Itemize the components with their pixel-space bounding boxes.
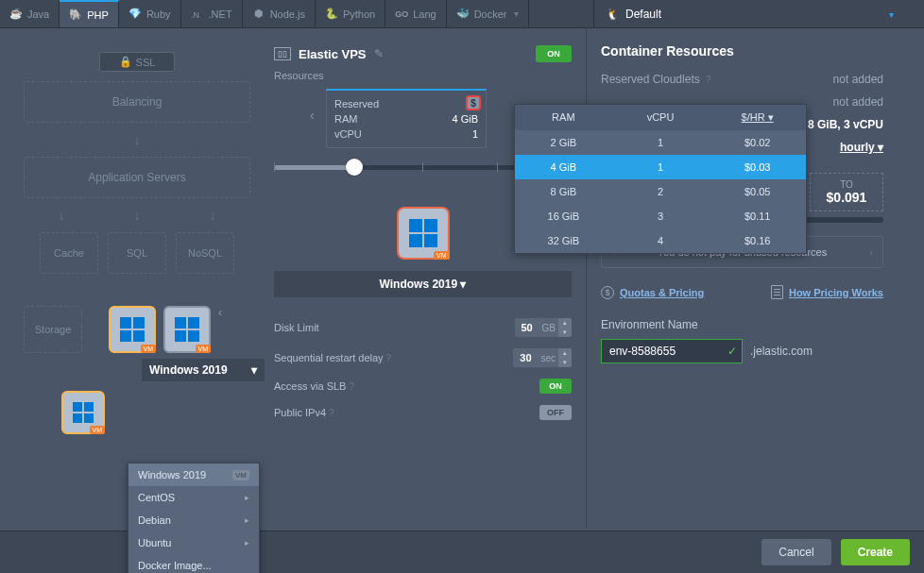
storage-node[interactable]: Storage [24, 306, 82, 353]
vps-toggle[interactable]: ON [536, 45, 572, 62]
php-icon: 🐘 [69, 8, 82, 22]
quotas-link[interactable]: Quotas & Pricing [620, 287, 704, 298]
pricing-hdr-price[interactable]: $/HR ▾ [709, 105, 806, 130]
python-icon: 🐍 [325, 8, 338, 21]
tab-php[interactable]: 🐘PHP [60, 0, 119, 27]
sql-node[interactable]: SQL [108, 232, 166, 274]
scaling-value: 8 GiB, 3 vCPU [808, 118, 883, 131]
step-down-icon[interactable]: ▾ [558, 358, 572, 367]
svg-text:.N: .N [191, 10, 199, 20]
os-context-menu: Windows 2019VM CentOS▸ Debian▸ Ubuntu▸ D… [128, 463, 260, 573]
ipv4-toggle[interactable]: OFF [539, 405, 572, 420]
create-button[interactable]: Create [841, 539, 910, 565]
tab-dotnet[interactable]: .N.NET [181, 0, 243, 27]
chevron-down-icon: ▾ [889, 9, 894, 20]
rate-selector[interactable]: hourly ▾ [840, 141, 883, 154]
step-down-icon[interactable]: ▾ [558, 328, 572, 337]
vm-preview: VM [397, 207, 450, 260]
os-dropdown-label: Windows 2019 [149, 363, 228, 377]
windows-icon [409, 219, 437, 247]
tab-java[interactable]: ☕Java [0, 0, 60, 27]
tab-docker[interactable]: 🐳Docker▾ [447, 0, 529, 27]
chevron-right-icon: ▸ [245, 538, 249, 548]
dotnet-icon: .N [191, 8, 204, 21]
arrow-down-icon: ↓ [24, 132, 250, 147]
reserved-cloudlets-label: Reserved Cloudlets [601, 73, 700, 86]
chevron-down-icon: ▾ [460, 278, 466, 291]
os-menu-item-docker-image[interactable]: Docker Image... [128, 554, 259, 573]
reserved-vcpu-value: 1 [472, 128, 478, 140]
pricing-button[interactable]: $ [466, 95, 481, 110]
arrow-down-icon: ↓ [210, 208, 216, 223]
os-dropdown[interactable]: Windows 2019 ▾ [142, 359, 265, 381]
pricing-row[interactable]: 4 GiB1$0.03 [515, 155, 806, 179]
help-icon[interactable]: ? [706, 75, 711, 85]
step-up-icon[interactable]: ▴ [558, 348, 572, 358]
pricing-hdr-vcpu: vCPU [612, 105, 710, 130]
resources-label: Resources [274, 70, 572, 81]
vm-tile-extra[interactable]: VM [61, 391, 105, 434]
restart-delay-input[interactable]: 30sec ▴▾ [513, 348, 572, 367]
chevron-down-icon: ▾ [514, 8, 519, 19]
howworks-link[interactable]: How Pricing Works [789, 287, 883, 298]
tab-golang[interactable]: GOLang [385, 0, 446, 27]
docker-icon: 🐳 [456, 8, 470, 21]
pricing-row[interactable]: 16 GiB3$0.11 [515, 204, 806, 228]
document-icon [771, 285, 783, 299]
disk-limit-input[interactable]: 50GB ▴▾ [515, 318, 572, 337]
os-menu-item-centos[interactable]: CentOS▸ [128, 486, 259, 509]
help-icon[interactable]: ? [329, 408, 334, 418]
step-up-icon[interactable]: ▴ [558, 318, 572, 328]
chevron-right-icon: ▸ [245, 493, 249, 502]
edit-icon[interactable]: ✎ [374, 47, 384, 60]
go-icon: GO [395, 8, 408, 21]
tab-python[interactable]: 🐍Python [316, 0, 385, 27]
cancel-button[interactable]: Cancel [761, 539, 830, 565]
reserved-box: ‹ $ Reserved RAM4 GiB vCPU1 [326, 89, 487, 148]
slb-label: Access via SLB [274, 380, 346, 392]
pricing-row[interactable]: 8 GiB2$0.05 [515, 179, 806, 204]
region-selector[interactable]: 🐧 Default ▾ [593, 0, 905, 28]
env-name-input[interactable] [601, 339, 743, 363]
arrow-down-icon: ↓ [59, 208, 65, 223]
reserved-title: Reserved [334, 98, 379, 110]
resources-title: Container Resources [601, 38, 883, 68]
vps-title: Elastic VPS [299, 47, 367, 61]
nodejs-icon: ⬢ [252, 8, 265, 21]
os-menu-item-windows2019[interactable]: Windows 2019VM [128, 463, 259, 486]
vm-tile[interactable]: VM [163, 306, 211, 353]
vps-icon: ▯▯ [274, 47, 291, 60]
ipv4-label: Public IPv4 [274, 407, 326, 418]
pricing-hdr-ram: RAM [515, 105, 612, 130]
pricing-row[interactable]: 32 GiB4$0.16 [515, 228, 806, 253]
tab-nodejs[interactable]: ⬢Node.js [243, 0, 316, 27]
tab-ruby[interactable]: 💎Ruby [119, 0, 181, 27]
vm-tile-selected[interactable]: VM [109, 306, 156, 353]
os-select-mid[interactable]: Windows 2019 ▾ [274, 271, 572, 297]
nosql-node[interactable]: NoSQL [176, 232, 234, 274]
pricing-row[interactable]: 2 GiB1$0.02 [515, 130, 806, 155]
slb-toggle[interactable]: ON [539, 379, 572, 394]
reserved-vcpu-label: vCPU [334, 128, 362, 140]
appservers-node[interactable]: Application Servers [24, 157, 250, 198]
os-menu-item-debian[interactable]: Debian▸ [128, 509, 259, 531]
ssl-toggle[interactable]: 🔒 SSL [99, 52, 175, 72]
check-icon: ✓ [727, 345, 737, 358]
region-label: Default [625, 8, 661, 21]
restart-delay-label: Sequential restart delay [274, 352, 384, 363]
cache-node[interactable]: Cache [40, 232, 98, 274]
chevron-right-icon[interactable]: › [869, 246, 873, 258]
chevron-left-icon[interactable]: ‹ [310, 108, 315, 123]
os-menu-item-ubuntu[interactable]: Ubuntu▸ [128, 531, 259, 554]
row2-value: not added [833, 95, 883, 109]
reserved-cloudlets-value: not added [833, 73, 883, 86]
chevron-right-icon: ▸ [245, 515, 249, 525]
help-icon[interactable]: ? [386, 353, 392, 363]
balancing-node[interactable]: Balancing [24, 81, 250, 123]
ssl-label: SSL [136, 57, 156, 68]
env-name-label: Environment Name [601, 318, 698, 331]
dollar-icon: $ [601, 286, 614, 299]
reserved-ram-label: RAM [334, 113, 357, 125]
slider-thumb[interactable] [346, 159, 363, 176]
help-icon[interactable]: ? [349, 381, 354, 392]
